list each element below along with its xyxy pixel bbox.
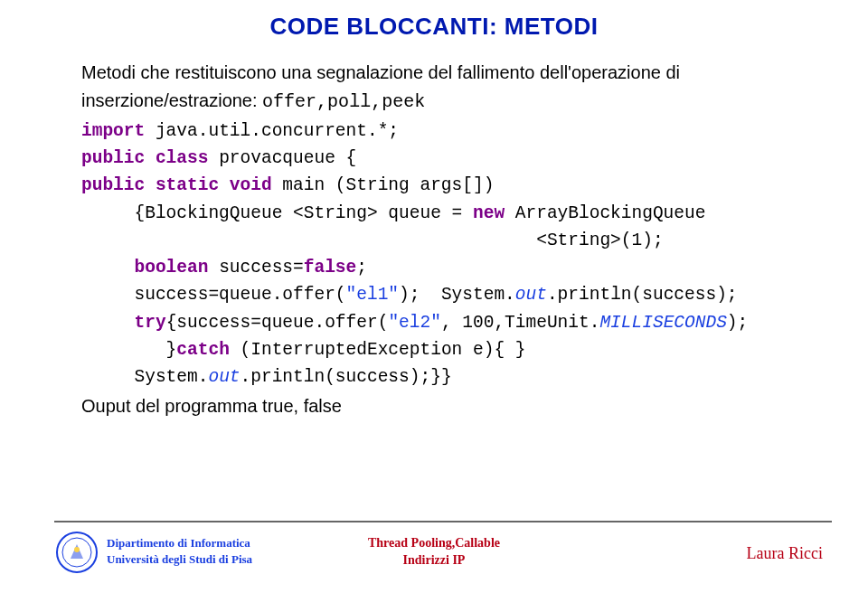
str-el1: "el1" bbox=[346, 285, 400, 305]
code-l7e: .println(success); bbox=[547, 285, 738, 305]
intro-line2a: inserzione/estrazione: bbox=[81, 90, 262, 110]
footer-rule bbox=[54, 521, 832, 522]
code-l8d: , 100,TimeUnit. bbox=[441, 313, 600, 333]
affiliation: Dipartimento di Informatica Università d… bbox=[107, 535, 252, 567]
kw-boolean: boolean bbox=[81, 258, 208, 278]
center-line1: Thread Pooling,Callable bbox=[368, 536, 500, 550]
kw-false: false bbox=[304, 258, 357, 278]
field-out2: out bbox=[208, 367, 240, 387]
kw-publicstaticvoid: public static void bbox=[81, 175, 272, 195]
university-seal-icon bbox=[56, 532, 98, 573]
affil-line2: Università degli Studi di Pisa bbox=[107, 552, 252, 566]
code-l6d: ; bbox=[356, 258, 367, 278]
const-milliseconds: MILLISECONDS bbox=[599, 313, 726, 333]
field-out1: out bbox=[515, 285, 547, 305]
footer: Dipartimento di Informatica Università d… bbox=[0, 521, 868, 584]
code-l7a: success=queue.offer( bbox=[81, 285, 346, 305]
slide: CODE BLOCCANTI: METODI Metodi che restit… bbox=[0, 0, 868, 593]
svg-point-2 bbox=[74, 547, 80, 552]
kw-class: class bbox=[145, 148, 208, 168]
affil-line1: Dipartimento di Informatica bbox=[107, 536, 250, 550]
str-el2: "el2" bbox=[388, 313, 441, 333]
code-l9a: } bbox=[81, 340, 176, 360]
kw-import: import bbox=[81, 121, 145, 141]
kw-try: try bbox=[81, 313, 166, 333]
code-l8b: {success=queue.offer( bbox=[166, 313, 389, 333]
code-block: import java.util.concurrent.*; public cl… bbox=[81, 118, 787, 391]
code-l2c: provacqueue { bbox=[208, 148, 356, 168]
code-l6b: success= bbox=[208, 258, 303, 278]
code-l10c: .println(success);}} bbox=[241, 367, 452, 387]
program-output: Ouput del programma true, false bbox=[81, 392, 787, 420]
code-l3b: main (String args[]) bbox=[272, 175, 495, 195]
code-l9c: (InterruptedException e){ } bbox=[230, 340, 526, 360]
code-l7c: ); System. bbox=[399, 285, 515, 305]
intro-methods: offer,poll,peek bbox=[262, 91, 425, 112]
code-l10a: System. bbox=[81, 367, 208, 387]
content: Metodi che restituiscono una segnalazion… bbox=[0, 41, 868, 420]
intro-text: Metodi che restituiscono una segnalazion… bbox=[81, 59, 787, 116]
code-l8f: ); bbox=[727, 313, 748, 333]
code-l4a: {BlockingQueue <String> queue = bbox=[81, 203, 473, 223]
kw-new: new bbox=[473, 203, 505, 223]
center-line2: Indirizzi IP bbox=[403, 553, 466, 567]
code-l1b: java.util.concurrent.*; bbox=[145, 121, 399, 141]
author-name: Laura Ricci bbox=[747, 544, 823, 563]
footer-center: Thread Pooling,Callable Indirizzi IP bbox=[335, 535, 533, 569]
kw-public: public bbox=[81, 148, 145, 168]
intro-line1: Metodi che restituiscono una segnalazion… bbox=[81, 62, 680, 82]
page-title: CODE BLOCCANTI: METODI bbox=[0, 0, 868, 41]
code-l5: <String>(1); bbox=[81, 231, 664, 250]
code-l4c: ArrayBlockingQueue bbox=[505, 203, 705, 223]
kw-catch: catch bbox=[176, 340, 230, 360]
